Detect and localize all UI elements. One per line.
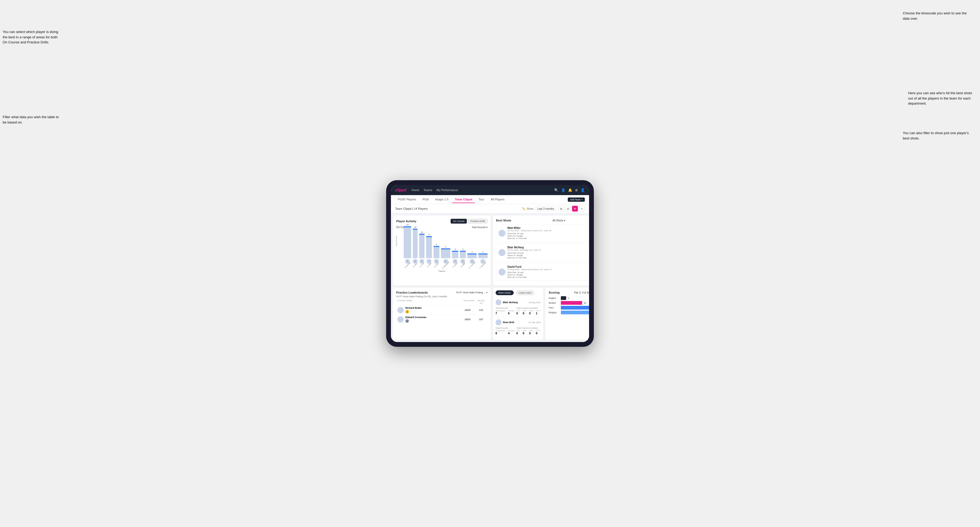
tab-pga[interactable]: PGA [420, 196, 431, 203]
app-logo: clippd [395, 188, 406, 192]
nav-home[interactable]: Home [412, 189, 419, 192]
score-bar-row: Eagles 3 [549, 296, 589, 300]
team-title: Team Clippd | 14 Players [395, 207, 522, 210]
bars-group: 13 B B. McHarg 12 B B. Britt 10 D D. For… [404, 230, 488, 266]
annotation-timescale: Choose the timescale you wish to see the… [903, 11, 972, 21]
best-shots-panel: Best Shots All Shots▾ All Players▾ Matt … [493, 216, 589, 286]
bar-item: 9 J J. Coles [426, 234, 432, 266]
leaderboard-subtitle: PUTT Must Make Putting (3-6 ft), Last 3 … [396, 295, 488, 298]
heart-view-btn[interactable]: ♥ [572, 206, 578, 211]
shot-card[interactable]: Matt Miller 09 Jun 2023 · Royal North De… [496, 224, 589, 242]
bottom-right-panels: Most Active Least Active Blair McHarg 26… [493, 288, 589, 340]
tab-team-clippd[interactable]: Team Clippd [452, 196, 475, 203]
toggle-buttons: On Course Practice Drills [450, 219, 488, 224]
show-label: Show: [527, 207, 534, 210]
shot-card[interactable]: David Ford 24 Aug 2023 · Royal North Dev… [496, 263, 589, 281]
least-active-tab[interactable]: Least Active [516, 290, 535, 295]
practice-leaderboard-panel: Practice Leaderboards PUTT Must Make Put… [393, 288, 491, 340]
nav-icons: 🔍 👤 🔔 ⊕ 👤 [554, 188, 585, 192]
player-activity-title: Player Activity [396, 220, 416, 223]
leaderboard-cols: PLAYER NAME PB SCORE PB AVG SQ [396, 300, 488, 305]
most-active-tab[interactable]: Most Active [496, 290, 514, 295]
best-shots-header: Best Shots All Shots▾ All Players▾ [496, 219, 589, 222]
scoring-header: Scoring Par 3, 4 & 5s▾ All Players▾ [549, 291, 589, 294]
best-shots-title: Best Shots [496, 219, 511, 222]
col-avg-score: PB AVG SQ [476, 300, 487, 304]
score-bar-row: Pars 499 [549, 306, 589, 310]
annotation-best-shots: Here you can see who's hit the best shot… [908, 90, 975, 106]
leaderboard-row[interactable]: Richard Butler 1 19/20 110 [396, 305, 488, 314]
bar-item: 2 E E. Crossman [467, 251, 477, 266]
nav-teams[interactable]: Teams [424, 189, 432, 192]
edit-icon[interactable]: ✏️ [522, 207, 525, 210]
leaderboard-header: Practice Leaderboards PUTT Must Make Put… [396, 291, 488, 294]
bar-item: 2 L L. Robertson [478, 251, 487, 266]
view-icons: ⊞ ⊟ ♥ ≡ [558, 206, 585, 211]
all-shots-dropdown[interactable]: All Shots▾ [552, 219, 565, 222]
annotation-filter: Filter what data you wish the table to b… [3, 114, 61, 125]
annotation-player-select: You can select which player is doing the… [3, 29, 61, 45]
leaderboard-dropdown[interactable]: PUTT Must Make Putting ...▾ [456, 291, 487, 294]
list-view-btn[interactable]: ≡ [579, 206, 585, 211]
scoring-filter1[interactable]: Par 3, 4 & 5s▾ [574, 291, 589, 294]
practice-drills-toggle[interactable]: Practice Drills [468, 219, 487, 224]
bar-item: 10 D D. Ford [419, 231, 425, 266]
nav-bar: clippd Home Teams My Performance 🔍 👤 🔔 ⊕… [391, 185, 589, 195]
search-icon[interactable]: 🔍 [554, 188, 558, 192]
tab-all-players[interactable]: All Players [488, 196, 508, 203]
active-tabs: Most Active Least Active [496, 290, 541, 295]
active-player-card: Blair McHarg 26 Aug 2023 Total Rounds To… [496, 297, 541, 317]
scoring-title: Scoring [549, 291, 560, 294]
tab-tour[interactable]: Tour [476, 196, 487, 203]
sub-header: Team Clippd | 14 Players ✏️ Show: Last 3… [391, 204, 589, 213]
shot-card[interactable]: Blair McHarg 23 Jul 2023 · Ashridge GC, … [496, 243, 589, 261]
score-bar-row: Bogeys 315 [549, 311, 589, 314]
most-active-panel: Most Active Least Active Blair McHarg 26… [493, 288, 544, 340]
tab-row: PGAT Players PGA Hcaps 1-5 Team Clippd T… [391, 195, 589, 204]
active-players: Blair McHarg 26 Aug 2023 Total Rounds To… [496, 297, 541, 337]
timescale-dropdown[interactable]: Last 3 months [536, 206, 556, 211]
tab-hcaps[interactable]: Hcaps 1-5 [433, 196, 451, 203]
user-icon[interactable]: 👤 [561, 188, 565, 192]
player-activity-panel: Player Activity On Course Practice Drill… [393, 216, 491, 286]
col-pb-score: PB SCORE [463, 300, 476, 304]
scoring-panel: Scoring Par 3, 4 & 5s▾ All Players▾ Eagl… [546, 288, 589, 340]
active-player-card: Rees Britt 02 Sep 2023 Total Rounds Tour… [496, 317, 541, 337]
main-content: Player Activity On Course Practice Drill… [391, 213, 589, 342]
x-axis-label: Players [438, 270, 445, 272]
bell-icon[interactable]: 🔔 [568, 188, 572, 192]
score-bars: Eagles 3 Birdies 96 Pars 499 Bogeys 315 [549, 296, 589, 314]
leaderboard-rows: Richard Butler 1 19/20 110 Edward Crossm… [396, 305, 488, 324]
bar-item: 3 M M. Miller [460, 248, 466, 266]
bar-item: 12 B B. Britt [413, 226, 418, 266]
nav-my-performance[interactable]: My Performance [436, 189, 458, 192]
leaderboard-title: Practice Leaderboards [396, 291, 428, 294]
bar-item: 4 G G. Billingham [441, 246, 450, 266]
on-course-toggle[interactable]: On Course [450, 219, 467, 224]
tablet-frame: clippd Home Teams My Performance 🔍 👤 🔔 ⊕… [386, 180, 594, 347]
add-team-button[interactable]: Add Team + [568, 197, 585, 202]
bar-item: 13 B B. McHarg [404, 224, 411, 266]
score-bar-row: Birdies 96 [549, 301, 589, 305]
bar-item: 5 E E. Ebert [434, 243, 439, 266]
bar-chart-area: Total Rounds 13 B B. McHarg 12 B B. Brit… [396, 230, 488, 272]
profile-icon[interactable]: 👤 [581, 188, 585, 192]
add-icon[interactable]: ⊕ [575, 188, 578, 192]
grid-view-btn[interactable]: ⊞ [558, 206, 564, 211]
tab-pgat-players[interactable]: PGAT Players [395, 196, 419, 203]
annotation-player-filter: You can also filter to show just one pla… [903, 130, 975, 141]
tiles-view-btn[interactable]: ⊟ [565, 206, 571, 211]
player-activity-header: Player Activity On Course Practice Drill… [396, 219, 488, 224]
tablet-screen: clippd Home Teams My Performance 🔍 👤 🔔 ⊕… [391, 185, 589, 342]
shot-cards: Matt Miller 09 Jun 2023 · Royal North De… [496, 224, 589, 281]
chart-dropdown[interactable]: Total Rounds ▾ [472, 226, 488, 229]
y-axis-label: Total Rounds [396, 236, 397, 246]
col-player-name: PLAYER NAME [397, 300, 463, 304]
bar-item: 3 R R. Butler [452, 248, 458, 266]
nav-items: Home Teams My Performance [412, 189, 549, 192]
leaderboard-row[interactable]: Edward Crossman 2 18/20 107 [396, 314, 488, 324]
